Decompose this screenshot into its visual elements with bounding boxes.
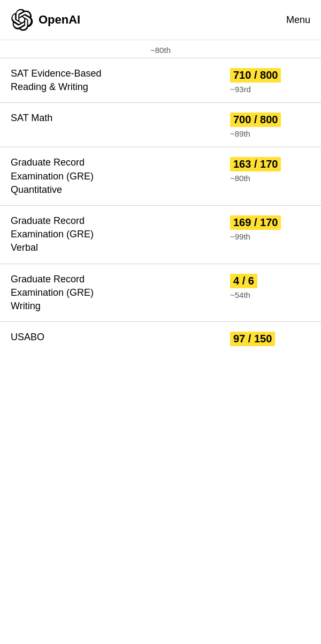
percentile-value: ~99th bbox=[230, 232, 250, 241]
app-header: OpenAI Menu bbox=[0, 0, 321, 40]
openai-logo-icon bbox=[11, 9, 33, 31]
table-row: SAT Evidence-Based Reading & Writing 710… bbox=[0, 58, 321, 103]
row-score-area: 700 / 800 ~89th bbox=[230, 111, 310, 138]
top-partial-row: ~80th bbox=[0, 40, 321, 58]
table-row: Graduate Record Examination (GRE) Quanti… bbox=[0, 147, 321, 206]
menu-button[interactable]: Menu bbox=[286, 14, 310, 26]
table-row: SAT Math 700 / 800 ~89th bbox=[0, 103, 321, 147]
score-value: 4 / 6 bbox=[230, 274, 257, 288]
score-value: 169 / 170 bbox=[230, 215, 281, 230]
table-row: Graduate Record Examination (GRE) Writin… bbox=[0, 264, 321, 323]
percentile-value: ~54th bbox=[230, 290, 250, 299]
percentile-value: ~93rd bbox=[230, 85, 251, 94]
table-row: Graduate Record Examination (GRE) Verbal… bbox=[0, 206, 321, 264]
percentile-value: ~89th bbox=[230, 129, 250, 138]
top-partial-percentile: ~80th bbox=[150, 46, 171, 55]
row-score-area: 4 / 6 ~54th bbox=[230, 273, 310, 299]
row-label: Graduate Record Examination (GRE) Quanti… bbox=[11, 156, 118, 197]
row-label: SAT Evidence-Based Reading & Writing bbox=[11, 67, 118, 94]
row-label: SAT Math bbox=[11, 111, 118, 125]
score-value: 163 / 170 bbox=[230, 157, 281, 171]
table-row: USABO 97 / 150 bbox=[0, 322, 321, 361]
logo-area: OpenAI bbox=[11, 9, 80, 31]
percentile-value: ~80th bbox=[230, 174, 250, 183]
row-label: Graduate Record Examination (GRE) Verbal bbox=[11, 214, 118, 255]
row-score-area: 163 / 170 ~80th bbox=[230, 156, 310, 183]
scores-table: SAT Evidence-Based Reading & Writing 710… bbox=[0, 58, 321, 361]
score-value: 97 / 150 bbox=[230, 332, 275, 346]
row-score-area: 97 / 150 bbox=[230, 331, 310, 348]
row-score-area: 169 / 170 ~99th bbox=[230, 214, 310, 241]
row-label: USABO bbox=[11, 331, 118, 344]
logo-text: OpenAI bbox=[39, 13, 80, 27]
score-value: 700 / 800 bbox=[230, 113, 281, 127]
score-value: 710 / 800 bbox=[230, 68, 281, 83]
row-label: Graduate Record Examination (GRE) Writin… bbox=[11, 273, 118, 313]
row-score-area: 710 / 800 ~93rd bbox=[230, 67, 310, 94]
